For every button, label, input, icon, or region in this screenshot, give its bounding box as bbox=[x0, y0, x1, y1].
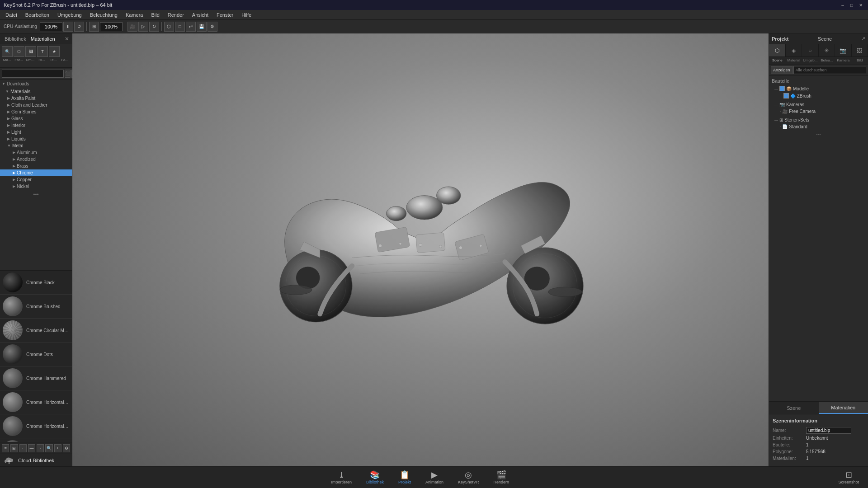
tree-sub-item-nickel[interactable]: ▶ Nickel bbox=[0, 183, 72, 190]
toolbar-btn-7[interactable]: 💾 bbox=[197, 22, 207, 32]
thumb-dot3-btn[interactable]: · bbox=[37, 444, 44, 452]
menu-item-bild[interactable]: Bild bbox=[147, 11, 163, 19]
tree-folder-materials[interactable]: ▼ Materials bbox=[0, 88, 72, 95]
thumb-chrome-circular[interactable]: Chrome Circular Mesh... bbox=[0, 319, 72, 343]
screenshot-btn[interactable]: ⊡ Screenshot bbox=[835, 469, 863, 486]
thumb-chrome-dots[interactable]: Chrome Dots bbox=[0, 343, 72, 366]
bauteile-label: Bauteile bbox=[772, 79, 789, 84]
scene-tab-icon: ⬡ bbox=[773, 47, 781, 55]
icon-star-btn[interactable]: ⬡ bbox=[14, 46, 24, 57]
right-tab-environment[interactable]: ○ bbox=[802, 44, 819, 56]
icon-img-btn[interactable]: 🖼 bbox=[25, 46, 36, 57]
thumb-chrome-horiz1[interactable]: Chrome Horizontal M... bbox=[0, 390, 72, 414]
search-input[interactable] bbox=[2, 70, 64, 78]
tree-sub-item-aluminum[interactable]: ▶ Aluminum bbox=[0, 149, 72, 156]
minimize-button[interactable]: – bbox=[839, 1, 846, 9]
viewport[interactable] bbox=[72, 33, 769, 466]
menu-item-fenster[interactable]: Fenster bbox=[213, 11, 237, 19]
icon-text-btn[interactable]: T bbox=[37, 46, 48, 57]
thumb-grid-btn[interactable]: ⊞ bbox=[10, 444, 18, 452]
tree-sub-item-chrome[interactable]: ▶ Chrome bbox=[0, 169, 72, 176]
panel-tab-materialien[interactable]: Materialien bbox=[29, 35, 57, 42]
tree-item-liquids[interactable]: ▶ Liquids bbox=[0, 136, 72, 142]
cloud-library[interactable]: Cloud-Bibliothek bbox=[0, 454, 72, 466]
zbrush-item[interactable]: + 🔷 ZBrush bbox=[771, 92, 866, 99]
thumb-chrome-horiz2[interactable]: Chrome Horizontal M... bbox=[0, 414, 72, 438]
tree-item-cloth[interactable]: ▶ Cloth and Leather bbox=[0, 102, 72, 108]
tree-item-glass[interactable]: ▶ Glass bbox=[0, 115, 72, 122]
close-button[interactable]: ✕ bbox=[857, 1, 864, 9]
tree-sub-item-brass[interactable]: ▶ Brass bbox=[0, 163, 72, 169]
standard-item[interactable]: · 📄 Standard bbox=[771, 123, 866, 130]
thumb-dot1-btn[interactable]: · bbox=[19, 444, 27, 452]
tree-root-downloads[interactable]: ▼ Downloads bbox=[0, 80, 72, 88]
menu-item-kamera[interactable]: Kamera bbox=[122, 11, 147, 19]
toolbar-btn-2[interactable]: ▷ bbox=[138, 22, 148, 32]
menu-item-umgebung[interactable]: Umgebung bbox=[54, 11, 85, 19]
right-tab-image[interactable]: 🖼 bbox=[852, 44, 868, 56]
toolbar-btn-5[interactable]: □ bbox=[175, 22, 185, 32]
cpu-value-input[interactable] bbox=[40, 22, 62, 31]
thumb-chrome-hammered[interactable]: Chrome Hammered bbox=[0, 366, 72, 390]
right-tab-lighting[interactable]: ☀ bbox=[819, 44, 835, 56]
bottom-keyshotvr-btn[interactable]: ◎ KeyShotVR bbox=[454, 469, 483, 486]
right-tab-material[interactable]: ◈ bbox=[786, 44, 802, 56]
menu-item-beleuchtung[interactable]: Beleuchtung bbox=[86, 11, 121, 19]
toolbar-refresh-btn[interactable]: ↺ bbox=[74, 22, 84, 32]
bottom-projekt-btn[interactable]: 📋 Projekt bbox=[395, 469, 415, 486]
right-panel-expand[interactable]: ↗ bbox=[861, 36, 865, 42]
rb-tab-materialien[interactable]: Materialien bbox=[819, 402, 868, 414]
thumb-chrome-black[interactable]: Chrome Black bbox=[0, 271, 72, 295]
thumb-dot2-btn[interactable]: — bbox=[28, 444, 35, 452]
thumb-chrome-brushed[interactable]: Chrome Brushed bbox=[0, 295, 72, 319]
modelle-item[interactable]: — 📦 Modelle bbox=[771, 85, 866, 92]
toolbar-grid-btn[interactable]: ⊞ bbox=[89, 22, 99, 32]
menu-item-datei[interactable]: Datei bbox=[2, 11, 21, 19]
toolbar-btn-6[interactable]: ⇄ bbox=[186, 22, 196, 32]
thumb-list-btn[interactable]: ≡ bbox=[2, 444, 9, 452]
thumb-add-btn[interactable]: + bbox=[54, 444, 61, 452]
right-tab-scene[interactable]: ⬡ bbox=[769, 44, 786, 56]
tree-item-metal[interactable]: ▼ Metal bbox=[0, 142, 72, 149]
thumb-search-btn[interactable]: 🔍 bbox=[45, 444, 52, 452]
tree-item-interior[interactable]: ▶ Interior bbox=[0, 122, 72, 129]
zoom-input[interactable] bbox=[100, 22, 123, 31]
modelle-checkbox[interactable] bbox=[779, 86, 785, 91]
tree-item-gem[interactable]: ▶ Gem Stones bbox=[0, 108, 72, 115]
bottom-importieren-btn[interactable]: ⤓ Importieren bbox=[327, 469, 355, 486]
toolbar-pause-btn[interactable]: ⏸ bbox=[63, 22, 73, 32]
menu-item-ansicht[interactable]: Ansicht bbox=[189, 11, 212, 19]
panel-tab-bibliothek[interactable]: Bibliothek bbox=[3, 35, 28, 42]
search-btn-1[interactable]: ⬛ bbox=[65, 70, 71, 78]
tree-item-light[interactable]: ▶ Light bbox=[0, 129, 72, 136]
anzeigen-dropdown[interactable]: Anzeigen bbox=[771, 66, 793, 74]
menu-item-bearbeiten[interactable]: Bearbeiten bbox=[22, 11, 53, 19]
menu-item-hilfe[interactable]: Hilfe bbox=[238, 11, 255, 19]
tree-sub-item-copper[interactable]: ▶ Copper bbox=[0, 176, 72, 183]
right-panel-tab-scene[interactable]: Scene bbox=[818, 36, 832, 42]
bottom-rendern-btn[interactable]: 🎬 Rendern bbox=[490, 469, 513, 486]
kameras-item[interactable]: — 📷 Kameras bbox=[771, 101, 866, 108]
icon-fav-btn[interactable]: ★ bbox=[49, 46, 60, 57]
name-value-input[interactable] bbox=[806, 427, 851, 434]
maximize-button[interactable]: □ bbox=[848, 1, 855, 9]
toolbar-btn-3[interactable]: ↻ bbox=[149, 22, 159, 32]
menu-item-render[interactable]: Render bbox=[164, 11, 188, 19]
toolbar-camera-btn[interactable]: 🎥 bbox=[127, 22, 137, 32]
panel-close-button[interactable]: ✕ bbox=[65, 36, 69, 42]
bottom-bibliothek-btn[interactable]: 📚 Bibliothek bbox=[363, 469, 387, 486]
thumb-chrome-last[interactable]: Chrome... bbox=[0, 438, 72, 442]
bottom-animation-btn[interactable]: ▶ Animation bbox=[422, 469, 447, 486]
tree-item-axalta[interactable]: ▶ Axalta Paint bbox=[0, 95, 72, 102]
thumb-settings-btn[interactable]: ⚙ bbox=[63, 444, 70, 452]
right-tab-camera[interactable]: 📷 bbox=[835, 44, 852, 56]
scene-search-input[interactable] bbox=[793, 66, 866, 74]
zbrush-checkbox[interactable] bbox=[783, 93, 789, 99]
szenen-sets-item[interactable]: — ⊞ Stenen-Sets bbox=[771, 117, 866, 123]
toolbar-btn-4[interactable]: ⬡ bbox=[164, 22, 174, 32]
tree-sub-item-anodized[interactable]: ▶ Anodized bbox=[0, 156, 72, 163]
free-camera-item[interactable]: · 🎥 Free Camera bbox=[771, 108, 866, 115]
rb-tab-szene[interactable]: Szene bbox=[769, 402, 819, 414]
toolbar-btn-8[interactable]: ⚙ bbox=[208, 22, 217, 32]
icon-search-btn[interactable]: 🔍 bbox=[2, 46, 13, 57]
